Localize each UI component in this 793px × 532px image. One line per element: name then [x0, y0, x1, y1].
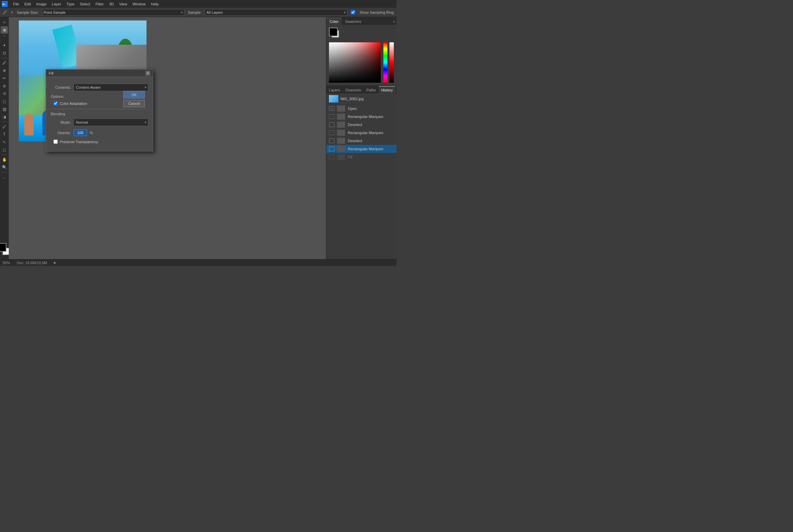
- mode-label: Mode:: [51, 120, 71, 124]
- toolbar-separator-2: [1, 122, 7, 122]
- opacity-row: Opacity: 100 %: [51, 129, 148, 136]
- ok-button[interactable]: OK: [123, 91, 145, 98]
- color-picker-panel: [326, 25, 396, 86]
- history-item-label-open: Open: [348, 107, 394, 111]
- history-panel: Layers Channels Paths History ≡ IMG_6062…: [326, 86, 396, 259]
- gradient-tool[interactable]: ▨: [1, 106, 8, 113]
- tool-options-arrow: ▼: [11, 11, 14, 14]
- history-item-icon-desel1: [329, 122, 334, 127]
- contents-row: Contents: Content-Aware: [51, 84, 148, 91]
- menu-file[interactable]: File: [11, 1, 21, 7]
- contents-select[interactable]: Content-Aware: [74, 84, 148, 91]
- color-opacity-spectrum[interactable]: [389, 42, 394, 83]
- dodge-tool[interactable]: ◑: [1, 113, 8, 121]
- preserve-transparency-checkbox[interactable]: [54, 139, 58, 144]
- color-gradient-picker[interactable]: [329, 42, 381, 83]
- history-item-desel1[interactable]: Deselect: [326, 121, 396, 129]
- history-item-label-marq1: Rectangular Marquee: [348, 115, 394, 119]
- history-item-thumb-open: [337, 106, 345, 112]
- history-brush-tool[interactable]: ↺: [1, 90, 8, 97]
- color-fg-bg-row: [329, 27, 394, 40]
- color-panel-options-icon[interactable]: ≡: [392, 18, 396, 25]
- marquee-tool[interactable]: ▣: [1, 26, 8, 34]
- shape-tool[interactable]: ◻: [1, 146, 8, 154]
- history-item-icon-open: □: [329, 106, 334, 111]
- doc-info: Doc: 18,6M/18,6M: [17, 261, 47, 265]
- menu-bar: Ps File Edit Image Layer Type Select Fil…: [0, 0, 396, 8]
- menu-window[interactable]: Window: [130, 1, 148, 7]
- dialog-title: Fill: [49, 71, 54, 75]
- history-item-marq2[interactable]: Rectangular Marquee: [326, 129, 396, 137]
- dialog-close-button[interactable]: ✕: [146, 71, 150, 76]
- history-item-icon-marq3: [329, 147, 334, 151]
- status-bar: 50% Doc: 18,6M/18,6M ▶: [0, 259, 396, 266]
- tab-channels[interactable]: Channels: [343, 87, 364, 93]
- cancel-button[interactable]: Cancel: [123, 100, 145, 107]
- zoom-tool[interactable]: 🔍: [1, 164, 8, 171]
- history-item-thumb-fill: [337, 154, 345, 160]
- more-tools-btn[interactable]: …: [1, 173, 8, 181]
- sample-size-label: Sample Size:: [17, 11, 39, 15]
- history-item-marq1[interactable]: Rectangular Marquee: [326, 113, 396, 121]
- eyedropper-tool[interactable]: 🖉: [1, 59, 8, 66]
- tab-layers[interactable]: Layers: [326, 87, 343, 93]
- path-select-tool[interactable]: ↖: [1, 138, 8, 146]
- menu-edit[interactable]: Edit: [22, 1, 33, 7]
- status-arrow: ▶: [54, 261, 56, 265]
- menu-help[interactable]: Help: [149, 1, 161, 7]
- eyedropper-tool-icon: 🖉: [3, 10, 7, 15]
- menu-select[interactable]: Select: [78, 1, 93, 7]
- tab-swatches[interactable]: Swatches: [342, 18, 365, 25]
- history-panel-options-icon[interactable]: ≡: [395, 87, 396, 93]
- history-item-marq3[interactable]: Rectangular Marquee: [326, 145, 396, 153]
- crop-tool[interactable]: ⊡: [1, 50, 8, 57]
- fg-color-swatch[interactable]: [329, 27, 338, 36]
- history-item-fill[interactable]: Fill: [326, 153, 396, 161]
- tab-paths[interactable]: Paths: [364, 87, 379, 93]
- history-filename: IMG_6062.jpg: [341, 97, 364, 101]
- opacity-input[interactable]: 100: [74, 129, 87, 136]
- history-item-thumb-desel2: [337, 138, 345, 144]
- menu-layer[interactable]: Layer: [50, 1, 63, 7]
- lasso-tool[interactable]: ⌒: [1, 34, 8, 41]
- move-tool[interactable]: ⊹: [1, 18, 8, 26]
- hand-tool[interactable]: ✋: [1, 156, 8, 163]
- color-adaptation-label: Color Adaptation: [60, 101, 87, 106]
- tab-color[interactable]: Color: [326, 18, 342, 25]
- history-item-label-desel2: Deselect: [348, 139, 394, 143]
- history-thumbnail: [329, 95, 339, 102]
- brush-tool[interactable]: ✏: [1, 75, 8, 82]
- history-item-desel2[interactable]: Deselect: [326, 137, 396, 145]
- healing-tool[interactable]: ⊕: [1, 67, 8, 74]
- text-tool[interactable]: T: [1, 131, 8, 138]
- mode-select[interactable]: Normal: [74, 119, 148, 126]
- color-adaptation-checkbox[interactable]: [54, 101, 58, 106]
- sample-size-select[interactable]: Point Sample: [42, 9, 185, 16]
- history-item-thumb-marq3: [337, 146, 345, 152]
- foreground-color-swatch[interactable]: [0, 243, 6, 252]
- history-item-icon-desel2: [329, 138, 334, 143]
- color-hue-spectrum[interactable]: [383, 42, 388, 83]
- preserve-transparency-row: Preserve Transparency: [54, 139, 148, 144]
- history-tabs: Layers Channels Paths History ≡: [326, 86, 396, 93]
- menu-image[interactable]: Image: [34, 1, 49, 7]
- left-toolbar: ⊹ ▣ ⌒ ✦ ⊡ 🖉 ⊕ ✏ ⊘ ↺ ◻ ▨ ◑ 🖊 T ↖ ◻ ✋ 🔍 …: [0, 17, 9, 259]
- menu-view[interactable]: View: [117, 1, 130, 7]
- pen-tool[interactable]: 🖊: [1, 123, 8, 130]
- history-item-label-marq2: Rectangular Marquee: [348, 131, 394, 135]
- sample-select[interactable]: All Layers: [205, 9, 347, 16]
- history-list: □ Open Rectangular Marquee Deselect: [326, 104, 396, 259]
- color-panel-tabs: Color Swatches ≡: [326, 17, 396, 25]
- tab-history[interactable]: History: [379, 86, 395, 93]
- toolbar-separator-4: [1, 172, 7, 172]
- blending-section-label: Blending: [51, 112, 148, 116]
- svg-text:Ps: Ps: [2, 3, 5, 6]
- menu-type[interactable]: Type: [64, 1, 77, 7]
- show-sampling-ring-checkbox[interactable]: [351, 10, 355, 15]
- menu-3d[interactable]: 3D: [107, 1, 116, 7]
- history-item-open[interactable]: □ Open: [326, 104, 396, 113]
- menu-filter[interactable]: Filter: [93, 1, 106, 7]
- eraser-tool[interactable]: ◻: [1, 98, 8, 105]
- magic-wand-tool[interactable]: ✦: [1, 42, 8, 49]
- clone-tool[interactable]: ⊘: [1, 82, 8, 90]
